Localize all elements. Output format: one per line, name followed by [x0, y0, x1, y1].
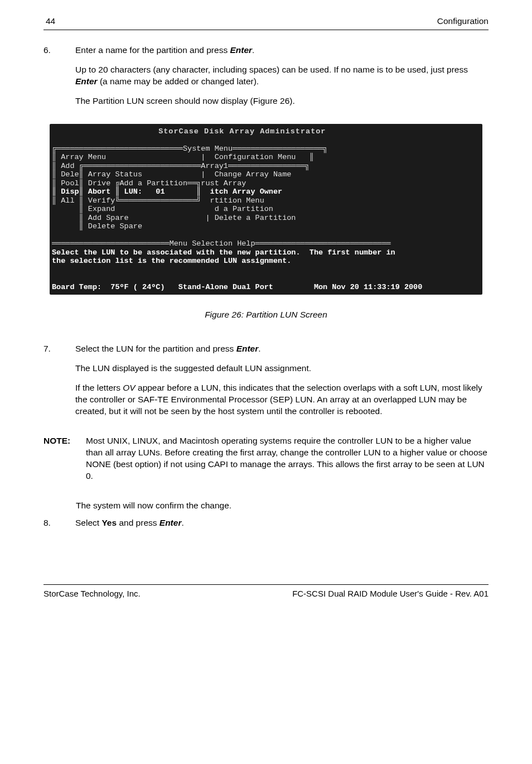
step-6-para2: Up to 20 characters (any character, incl… — [75, 64, 489, 88]
page-footer: StorCase Technology, Inc. FC-SCSI Dual R… — [43, 588, 489, 616]
step-7-para3: If the letters OV appear before a LUN, t… — [75, 382, 489, 417]
note-label: NOTE: — [43, 435, 75, 482]
confirm-paragraph-wrap: The system will now confirm the change. — [76, 500, 489, 512]
step-7: 7. Select the LUN for the partition and … — [43, 343, 489, 417]
step-7-number: 7. — [43, 343, 50, 417]
terminal-content: StorCase Disk Array Administrator ╔═════… — [51, 125, 481, 294]
step-6-line1: Enter a name for the partition and press… — [75, 45, 489, 56]
header-rule — [43, 30, 489, 30]
terminal-screenshot: StorCase Disk Array Administrator ╔═════… — [43, 124, 489, 295]
step-8: 8. Select Yes and press Enter. — [43, 517, 489, 529]
step-6-para3: The Partition LUN screen should now disp… — [75, 95, 489, 107]
step-6-number: 6. — [43, 45, 50, 107]
step-7-para2: The LUN displayed is the suggested defau… — [75, 363, 489, 374]
footer-rule — [43, 584, 489, 585]
step-8-number: 8. — [43, 517, 50, 529]
confirm-paragraph: The system will now confirm the change. — [76, 500, 489, 512]
footer-right: FC-SCSI Dual RAID Module User's Guide - … — [292, 588, 489, 599]
note-body: Most UNIX, LINUX, and Macintosh operatin… — [86, 435, 489, 482]
footer-left: StorCase Technology, Inc. — [43, 588, 141, 599]
step-7-line1: Select the LUN for the partition and pre… — [75, 343, 489, 355]
figure-26-caption: Figure 26: Partition LUN Screen — [43, 309, 489, 321]
page-header: 44 Configuration — [43, 16, 489, 27]
section-title: Configuration — [437, 16, 489, 27]
page-number: 44 — [46, 16, 55, 27]
note-block: NOTE: Most UNIX, LINUX, and Macintosh op… — [43, 435, 489, 482]
step-8-line: Select Yes and press Enter. — [75, 517, 489, 529]
step-6: 6. Enter a name for the partition and pr… — [43, 45, 489, 107]
